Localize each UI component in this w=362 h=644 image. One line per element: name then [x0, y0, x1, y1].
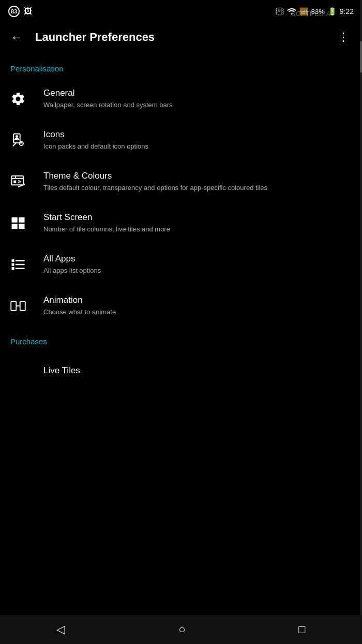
icons-subtitle: Icon packs and default icon options	[43, 142, 352, 151]
startscreen-subtitle: Number of tile columns, live tiles and m…	[43, 225, 352, 234]
status-right: 📳 📶 83% 🔋 9:22	[275, 7, 354, 16]
startscreen-title: Start Screen	[43, 212, 352, 223]
no-signal-icon: 📶	[299, 7, 308, 16]
general-text: General Wallpaper, screen rotation and s…	[43, 88, 352, 110]
svg-point-9	[23, 183, 25, 185]
icons-icon	[10, 133, 35, 148]
icons-text: Icons Icon packs and default icon option…	[43, 129, 352, 151]
startscreen-icon	[10, 215, 35, 231]
svg-rect-14	[12, 259, 14, 262]
startscreen-text: Start Screen Number of tile columns, liv…	[43, 212, 352, 234]
animation-title: Animation	[43, 295, 352, 305]
nav-back-button[interactable]: ◁	[44, 619, 78, 640]
settings-item-general[interactable]: General Wallpaper, screen rotation and s…	[0, 78, 362, 120]
status-left: 83 🖼	[8, 6, 32, 17]
section-purchases: Purchases	[0, 327, 362, 351]
app-bar-title: Launcher Preferences	[35, 31, 334, 44]
svg-rect-5	[12, 176, 24, 185]
allapps-icon	[10, 257, 35, 272]
settings-item-allapps[interactable]: All Apps All apps list options	[0, 244, 362, 285]
svg-point-0	[291, 13, 292, 14]
settings-item-animation[interactable]: Animation Choose what to animate	[0, 285, 362, 327]
theme-subtitle: Tiles default colour, transparency and o…	[43, 183, 352, 193]
svg-rect-16	[12, 267, 14, 270]
scrollbar-track	[360, 0, 362, 644]
settings-item-theme[interactable]: Theme & Colours Tiles default colour, tr…	[0, 161, 362, 202]
settings-item-startscreen[interactable]: Start Screen Number of tile columns, liv…	[0, 202, 362, 244]
svg-rect-11	[19, 217, 24, 223]
svg-rect-13	[19, 224, 24, 229]
livetiles-text: Live Tiles	[43, 365, 352, 378]
wifi-icon	[287, 7, 296, 16]
svg-rect-10	[12, 217, 18, 223]
status-number: 83	[8, 6, 20, 17]
svg-point-2	[16, 135, 18, 138]
back-button[interactable]: ←	[8, 28, 25, 47]
settings-item-livetiles[interactable]: Live Tiles	[0, 351, 362, 392]
status-time: 9:22	[340, 7, 354, 16]
more-options-button[interactable]: ⋮	[334, 28, 354, 46]
livetiles-title: Live Tiles	[43, 365, 352, 376]
scrollbar-thumb	[360, 41, 362, 72]
theme-icon	[10, 174, 35, 189]
battery-text: 83%	[311, 8, 325, 16]
nav-recent-button[interactable]: □	[286, 619, 318, 640]
general-title: General	[43, 88, 352, 98]
allapps-subtitle: All apps list options	[43, 266, 352, 275]
theme-text: Theme & Colours Tiles default colour, tr…	[43, 171, 352, 193]
status-image-icon: 🖼	[24, 7, 32, 16]
section-personalisation: Personalisation	[0, 54, 362, 78]
svg-rect-20	[11, 301, 16, 311]
status-bar: 83 🖼 📳 📶 83% 🔋 9:22	[0, 0, 362, 21]
svg-rect-12	[12, 224, 18, 229]
app-bar: ← Launcher Preferences ⋮	[0, 21, 362, 54]
bottom-nav: ◁ ○ □	[0, 615, 362, 644]
content-area: Personalisation General Wallpaper, scree…	[0, 54, 362, 421]
vibrate-icon: 📳	[275, 7, 284, 16]
battery-icon: 🔋	[328, 7, 337, 16]
nav-home-button[interactable]: ○	[166, 619, 198, 640]
svg-rect-15	[12, 264, 14, 266]
animation-icon	[10, 298, 35, 314]
theme-title: Theme & Colours	[43, 171, 352, 181]
animation-subtitle: Choose what to animate	[43, 308, 352, 317]
animation-text: Animation Choose what to animate	[43, 295, 352, 317]
general-icon	[10, 91, 35, 107]
allapps-title: All Apps	[43, 254, 352, 264]
allapps-text: All Apps All apps list options	[43, 254, 352, 275]
svg-rect-21	[20, 301, 25, 311]
general-subtitle: Wallpaper, screen rotation and system ba…	[43, 100, 352, 110]
icons-title: Icons	[43, 129, 352, 140]
settings-item-icons[interactable]: Icons Icon packs and default icon option…	[0, 120, 362, 161]
